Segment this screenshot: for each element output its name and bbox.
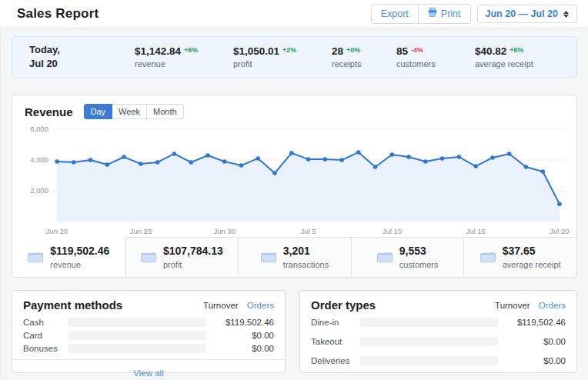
export-button[interactable]: Export xyxy=(371,4,419,24)
orders-toggle-link[interactable]: Orders xyxy=(539,301,566,310)
data-point[interactable] xyxy=(105,162,110,167)
order-row-dine-in: Dine-in $119,502.46 xyxy=(300,318,576,327)
payment-methods-panel: Payment methods Turnover Orders Cash $11… xyxy=(12,290,286,373)
payment-methods-title: Payment methods xyxy=(23,298,122,312)
data-point[interactable] xyxy=(205,153,210,158)
data-point[interactable] xyxy=(390,152,395,157)
date-range-label: Jun 20 — Jul 20 xyxy=(486,8,558,19)
data-point[interactable] xyxy=(473,164,478,168)
revenue-header: Revenue Day Week Month xyxy=(12,103,576,120)
delta-badge: +6% xyxy=(509,46,523,54)
delta-badge: +0% xyxy=(346,46,360,54)
order-types-title: Order types xyxy=(311,298,376,312)
main-content: Today, Jul 20 $1,142.84 +6% revenue $1,0… xyxy=(0,28,588,380)
payment-methods-footer: View all xyxy=(12,359,285,379)
page-title: Sales Report xyxy=(17,6,99,22)
turnover-toggle-active[interactable]: Turnover xyxy=(203,301,239,310)
topbar: Sales Report Export Print Jun 20 — Jul 2… xyxy=(0,0,588,28)
revenue-title: Revenue xyxy=(25,105,73,118)
today-stat-receipts: 28 +0% receipts xyxy=(332,45,396,68)
export-print-group: Export Print xyxy=(371,4,471,24)
y-axis-tick: 2,000 xyxy=(30,186,48,195)
summary-tab-average-receipt[interactable]: $37.65 average receipt xyxy=(463,237,576,277)
payment-row-cash: Cash $119,502.46 xyxy=(12,318,285,327)
data-point[interactable] xyxy=(222,159,227,164)
data-point[interactable] xyxy=(256,156,260,161)
y-axis-tick: 4,000 xyxy=(30,155,48,164)
bar-track xyxy=(68,331,206,340)
data-point[interactable] xyxy=(189,160,193,165)
x-axis-tick: Jun 20 xyxy=(46,227,68,235)
order-types-toggle: Turnover Orders xyxy=(495,301,566,310)
view-all-link[interactable]: View all xyxy=(133,368,163,378)
data-point[interactable] xyxy=(540,169,545,174)
payment-methods-toggle: Turnover Orders xyxy=(203,301,274,310)
period-switcher: Day Week Month xyxy=(84,104,184,119)
today-stat-revenue: $1,142.84 +6% revenue xyxy=(135,45,233,68)
data-point[interactable] xyxy=(155,160,160,165)
turnover-toggle-active[interactable]: Turnover xyxy=(495,301,530,310)
delta-badge: -4% xyxy=(411,46,423,54)
data-point[interactable] xyxy=(72,160,76,165)
delta-badge: +2% xyxy=(282,46,296,54)
period-tab-week[interactable]: Week xyxy=(112,104,147,119)
money-stack-icon xyxy=(480,250,496,265)
orders-toggle-link[interactable]: Orders xyxy=(247,301,274,310)
data-point[interactable] xyxy=(423,159,428,164)
order-row-deliveries: Deliveries $0.00 xyxy=(300,356,576,365)
data-point[interactable] xyxy=(406,155,411,159)
today-summary-card: Today, Jul 20 $1,142.84 +6% revenue $1,0… xyxy=(12,36,577,78)
data-point[interactable] xyxy=(272,171,277,175)
revenue-line-chart[interactable]: 2,0004,0006,000Jun 20Jun 25Jun 30Jul 5Ju… xyxy=(12,122,576,237)
data-point[interactable] xyxy=(55,159,59,164)
period-tab-month[interactable]: Month xyxy=(146,104,184,119)
summary-tab-customers[interactable]: 9,553 customers xyxy=(351,237,464,277)
data-point[interactable] xyxy=(289,151,294,155)
data-point[interactable] xyxy=(490,155,495,160)
summary-tabs: $119,502.46 revenue $107,784.13 profit 3… xyxy=(12,237,576,277)
data-point[interactable] xyxy=(239,163,244,168)
today-stat-average-receipt: $40.82 +6% average receipt xyxy=(475,45,564,68)
date-range-select[interactable]: Jun 20 — Jul 20 xyxy=(477,5,577,23)
data-point[interactable] xyxy=(524,165,529,169)
bar-track xyxy=(68,344,206,353)
payment-row-bonuses: Bonuses $0.00 xyxy=(12,344,285,353)
x-axis-tick: Jul 20 xyxy=(550,227,569,235)
order-types-panel: Order types Turnover Orders Dine-in $119… xyxy=(299,290,577,373)
data-point[interactable] xyxy=(89,158,93,162)
data-point[interactable] xyxy=(139,162,143,166)
bar-track xyxy=(68,318,206,327)
y-axis-tick: 6,000 xyxy=(30,125,48,133)
data-point[interactable] xyxy=(440,156,445,161)
bottom-row: Payment methods Turnover Orders Cash $11… xyxy=(12,290,577,373)
data-point[interactable] xyxy=(507,152,512,156)
payment-row-card: Card $0.00 xyxy=(12,331,285,340)
data-point[interactable] xyxy=(557,202,562,206)
x-axis-tick: Jul 5 xyxy=(300,227,316,235)
summary-tab-transactions[interactable]: 3,201 transactions xyxy=(238,237,351,277)
topbar-actions: Export Print Jun 20 — Jul 20 xyxy=(371,4,577,24)
data-point[interactable] xyxy=(122,155,126,159)
delta-badge: +6% xyxy=(184,46,198,54)
money-stack-icon xyxy=(261,250,276,265)
summary-tab-profit[interactable]: $107,784.13 profit xyxy=(125,237,239,277)
money-stack-icon xyxy=(141,250,156,265)
data-point[interactable] xyxy=(457,155,462,159)
data-point[interactable] xyxy=(339,158,344,162)
data-point[interactable] xyxy=(373,165,378,169)
period-tab-day[interactable]: Day xyxy=(84,104,113,119)
bar-track xyxy=(360,337,498,346)
money-stack-icon xyxy=(28,250,43,265)
data-point[interactable] xyxy=(356,150,361,155)
today-stat-profit: $1,050.01 +2% profit xyxy=(233,45,332,68)
bar-track xyxy=(360,318,498,327)
data-point[interactable] xyxy=(322,157,327,162)
data-point[interactable] xyxy=(172,152,177,156)
print-button[interactable]: Print xyxy=(418,4,471,24)
money-stack-icon xyxy=(377,250,393,265)
x-axis-tick: Jul 10 xyxy=(383,227,402,235)
order-row-takeout: Takeout $0.00 xyxy=(300,337,576,346)
data-point[interactable] xyxy=(306,157,311,162)
summary-tab-revenue[interactable]: $119,502.46 revenue xyxy=(12,237,125,277)
today-label: Today, Jul 20 xyxy=(29,43,135,70)
